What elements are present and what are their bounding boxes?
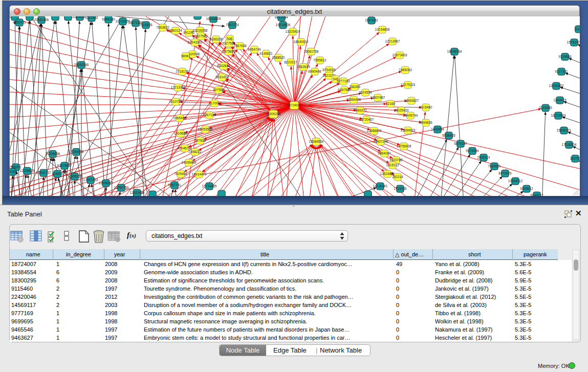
svg-text:19756928: 19756928 (397, 144, 411, 148)
svg-text:3024554: 3024554 (359, 91, 372, 94)
svg-text:20206556: 20206556 (46, 152, 60, 156)
svg-text:9146821: 9146821 (259, 52, 273, 55)
svg-text:1244415: 1244415 (553, 98, 567, 102)
svg-text:15751074: 15751074 (567, 40, 580, 44)
svg-text:9884067: 9884067 (378, 151, 391, 155)
svg-text:817008: 817008 (209, 101, 220, 105)
svg-text:4055721: 4055721 (13, 20, 26, 24)
svg-text:15720407: 15720407 (359, 118, 374, 121)
svg-text:15716485: 15716485 (202, 184, 217, 188)
svg-text:9777169: 9777169 (337, 79, 350, 83)
svg-text:1010755: 1010755 (169, 100, 182, 103)
svg-text:10543362: 10543362 (188, 40, 203, 44)
svg-text:1588520: 1588520 (272, 56, 285, 59)
svg-text:8242848: 8242848 (217, 64, 230, 68)
svg-text:8938928: 8938928 (442, 134, 455, 137)
svg-text:1965493: 1965493 (173, 116, 186, 120)
svg-text:7663822: 7663822 (156, 26, 169, 29)
svg-text:252214: 252214 (392, 175, 403, 179)
svg-text:14136141: 14136141 (373, 184, 388, 188)
svg-text:9227341: 9227341 (555, 70, 568, 73)
svg-text:1562615: 1562615 (297, 65, 310, 69)
svg-text:6794028: 6794028 (322, 68, 336, 72)
svg-text:10025433: 10025433 (394, 108, 409, 112)
svg-text:5875685: 5875685 (222, 50, 235, 53)
svg-text:9474444: 9474444 (466, 149, 479, 152)
svg-text:18724007: 18724007 (287, 103, 302, 107)
svg-text:15692971: 15692971 (557, 128, 572, 132)
svg-text:2087662: 2087662 (365, 18, 378, 22)
svg-text:18640910: 18640910 (294, 40, 309, 43)
svg-text:19218506: 19218506 (276, 23, 291, 27)
svg-text:3267110: 3267110 (203, 113, 216, 117)
svg-text:10463627: 10463627 (404, 99, 419, 102)
svg-text:1320786: 1320786 (389, 158, 403, 162)
svg-text:8860124: 8860124 (169, 29, 182, 32)
svg-text:8031474: 8031474 (215, 75, 229, 79)
svg-text:12275115: 12275115 (401, 83, 416, 86)
svg-text:9827509: 9827509 (194, 34, 208, 38)
svg-text:2367608: 2367608 (233, 44, 247, 48)
svg-text:17957253: 17957253 (83, 178, 98, 182)
svg-text:1498222: 1498222 (188, 150, 202, 154)
svg-text:10154808: 10154808 (375, 28, 390, 31)
svg-text:7625402: 7625402 (174, 172, 187, 176)
svg-text:53226058: 53226058 (193, 29, 208, 32)
svg-text:18300295: 18300295 (266, 112, 281, 116)
svg-text:18407249: 18407249 (374, 140, 388, 143)
svg-text:9115460: 9115460 (420, 105, 432, 109)
svg-text:12905135: 12905135 (68, 174, 82, 178)
svg-text:20053346: 20053346 (74, 63, 89, 67)
svg-text:13654923: 13654923 (401, 128, 416, 132)
svg-text:11172: 11172 (574, 27, 580, 31)
svg-text:2718179: 2718179 (176, 70, 189, 73)
svg-text:7955812: 7955812 (313, 58, 326, 62)
svg-text:6497568: 6497568 (338, 88, 351, 92)
svg-text:10973493: 10973493 (393, 53, 407, 57)
svg-text:7857274: 7857274 (226, 23, 239, 27)
svg-text:10958117: 10958117 (99, 181, 114, 185)
svg-text:827552: 827552 (213, 88, 224, 92)
svg-text:8454749: 8454749 (248, 48, 261, 51)
svg-text:8186328: 8186328 (209, 37, 223, 41)
svg-text:9129986: 9129986 (558, 55, 572, 58)
svg-text:7485063: 7485063 (399, 68, 412, 72)
svg-text:9245612: 9245612 (520, 187, 533, 190)
svg-text:3215955: 3215955 (539, 106, 552, 110)
svg-text:93975887: 93975887 (57, 164, 72, 167)
svg-text:12213967: 12213967 (385, 39, 400, 43)
svg-text:116753: 116753 (570, 157, 580, 160)
svg-text:8813054: 8813054 (275, 16, 288, 19)
svg-text:10807487: 10807487 (371, 96, 385, 99)
svg-text:16648784: 16648784 (447, 50, 462, 53)
svg-text:39151: 39151 (10, 170, 17, 173)
svg-text:7986372: 7986372 (354, 108, 367, 112)
svg-text:12942737: 12942737 (36, 171, 51, 174)
svg-text:12156829: 12156829 (20, 169, 35, 172)
svg-text:21564436: 21564436 (346, 98, 361, 101)
svg-text:2935114: 2935114 (477, 156, 490, 159)
svg-text:14099489: 14099489 (182, 161, 197, 164)
svg-text:98961: 98961 (181, 54, 190, 58)
svg-text:20691406: 20691406 (34, 18, 49, 21)
svg-text:7515526: 7515526 (139, 23, 153, 27)
svg-text:62160: 62160 (386, 102, 395, 105)
svg-text:6999695: 6999695 (419, 121, 432, 124)
svg-text:17016504: 17016504 (562, 143, 577, 146)
svg-text:6466160: 6466160 (102, 17, 115, 21)
svg-text:13325419: 13325419 (286, 30, 300, 33)
svg-text:1916682: 1916682 (174, 132, 187, 135)
svg-text:16914479: 16914479 (192, 172, 207, 176)
svg-text:8220317: 8220317 (284, 60, 297, 64)
svg-text:13353593: 13353593 (198, 127, 213, 131)
svg-text:1440954: 1440954 (431, 127, 444, 131)
svg-text:10654112: 10654112 (508, 179, 523, 183)
svg-text:12093832: 12093832 (549, 84, 564, 87)
svg-text:10688609: 10688609 (367, 129, 382, 133)
svg-text:16033809: 16033809 (206, 17, 221, 20)
svg-text:6879197: 6879197 (454, 142, 467, 145)
svg-text:19384554: 19384554 (309, 140, 324, 143)
svg-text:16210643: 16210643 (551, 114, 566, 117)
svg-text:12923448: 12923448 (130, 191, 145, 194)
svg-text:587833: 587833 (194, 139, 206, 142)
